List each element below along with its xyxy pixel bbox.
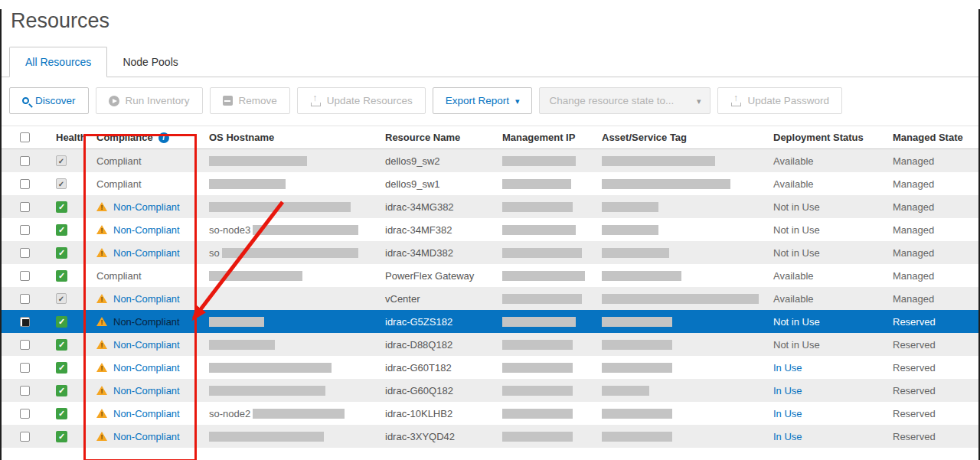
row-checkbox[interactable] bbox=[20, 225, 30, 235]
compliance-link[interactable]: Non-Compliant bbox=[113, 247, 180, 259]
managed-state: Managed bbox=[893, 178, 934, 190]
update-password-button[interactable]: Update Password bbox=[717, 87, 842, 114]
os-hostname-cell bbox=[197, 149, 373, 172]
row-checkbox[interactable] bbox=[20, 386, 30, 396]
deployment-status-cell: In Use bbox=[761, 356, 880, 379]
compliance-link[interactable]: Non-Compliant bbox=[113, 385, 180, 396]
compliance-link[interactable]: Non-Compliant bbox=[113, 293, 180, 305]
os-hostname-cell bbox=[197, 172, 373, 195]
checkbox-cell bbox=[2, 379, 44, 402]
table-row[interactable]: ✓Non-Compliantidrac-3XYQD42In UseReserve… bbox=[2, 425, 978, 448]
discover-button[interactable]: Discover bbox=[9, 87, 89, 114]
row-checkbox[interactable] bbox=[20, 248, 30, 258]
compliance-cell: Non-Compliant bbox=[84, 241, 197, 264]
col-compliance[interactable]: Compliance bbox=[84, 126, 197, 148]
checkbox-cell bbox=[2, 241, 44, 264]
managed-state-cell: Reserved bbox=[880, 425, 978, 448]
warning-icon bbox=[96, 248, 107, 257]
tab-all-resources[interactable]: All Resources bbox=[9, 47, 107, 77]
redacted-text bbox=[502, 271, 585, 281]
table-row[interactable]: ✓Non-Compliantidrac-34MG382Not in UseMan… bbox=[2, 195, 978, 218]
update-resources-button[interactable]: Update Resources bbox=[297, 87, 426, 114]
select-all-checkbox[interactable] bbox=[20, 132, 30, 142]
asset-service-tag-cell bbox=[590, 379, 761, 402]
redacted-text bbox=[502, 340, 573, 350]
redacted-text bbox=[209, 317, 264, 327]
run-inventory-button[interactable]: Run Inventory bbox=[96, 87, 203, 114]
col-asset-service-tag[interactable]: Asset/Service Tag bbox=[590, 126, 761, 148]
deployment-status-cell: In Use bbox=[761, 402, 880, 425]
asset-service-tag-cell bbox=[590, 310, 761, 333]
row-checkbox[interactable] bbox=[20, 409, 30, 419]
os-hostname-cell bbox=[197, 333, 373, 356]
os-hostname-cell bbox=[197, 195, 373, 218]
row-checkbox[interactable] bbox=[20, 202, 30, 212]
row-checkbox[interactable] bbox=[20, 179, 30, 189]
compliance-cell: Compliant bbox=[84, 172, 197, 195]
col-managed-state[interactable]: Managed State bbox=[880, 126, 978, 148]
redacted-text bbox=[602, 156, 715, 166]
table-row[interactable]: ✓Non-CompliantvCenterAvailableManaged bbox=[2, 287, 978, 310]
redacted-text bbox=[209, 340, 275, 350]
tab-node-pools[interactable]: Node Pools bbox=[107, 47, 193, 77]
row-checkbox[interactable] bbox=[20, 317, 30, 327]
table-row[interactable]: ✓CompliantPowerFlex GatewayAvailableMana… bbox=[2, 264, 978, 287]
deployment-status[interactable]: In Use bbox=[773, 408, 802, 419]
row-checkbox[interactable] bbox=[20, 363, 30, 373]
info-icon[interactable] bbox=[158, 132, 169, 143]
managed-state: Managed bbox=[893, 155, 934, 167]
resource-name-cell: idrac-G60T182 bbox=[373, 356, 490, 379]
col-os-hostname[interactable]: OS Hostname bbox=[197, 126, 373, 148]
col-health[interactable]: Health bbox=[44, 126, 84, 148]
tab-bar: All Resources Node Pools bbox=[2, 45, 978, 77]
table-row[interactable]: ✓Non-Compliantidrac-G60T182In UseReserve… bbox=[2, 356, 978, 379]
compliance-link[interactable]: Non-Compliant bbox=[113, 431, 180, 442]
redacted-text bbox=[253, 225, 358, 235]
warning-icon bbox=[96, 202, 107, 211]
deployment-status-cell: Not in Use bbox=[761, 333, 880, 356]
resource-name: dellos9_sw2 bbox=[385, 155, 440, 167]
health-cell: ✓ bbox=[44, 402, 84, 425]
redacted-text bbox=[602, 294, 759, 304]
compliance-link[interactable]: Non-Compliant bbox=[113, 224, 180, 236]
remove-button[interactable]: Remove bbox=[210, 87, 290, 114]
managed-state-cell: Reserved bbox=[880, 402, 978, 425]
managed-state-cell: Managed bbox=[880, 264, 978, 287]
health-cell: ✓ bbox=[44, 287, 84, 310]
row-checkbox[interactable] bbox=[20, 432, 30, 442]
os-hostname-cell bbox=[197, 310, 373, 333]
table-row[interactable]: ✓Compliantdellos9_sw2AvailableManaged bbox=[2, 149, 978, 172]
table-row[interactable]: ✓Non-Compliantidrac-D88Q182Not in UseRes… bbox=[2, 333, 978, 356]
col-resource-name[interactable]: Resource Name bbox=[373, 126, 490, 148]
table-row[interactable]: ✓Non-Compliantso-node2idrac-10KLHB2In Us… bbox=[2, 402, 978, 425]
os-hostname-cell: so-node2 bbox=[197, 402, 373, 425]
row-checkbox[interactable] bbox=[20, 294, 30, 304]
os-hostname-text: so bbox=[209, 247, 220, 259]
table-row[interactable]: ✓Compliantdellos9_sw1AvailableManaged bbox=[2, 172, 978, 195]
resource-name-cell: idrac-D88Q182 bbox=[373, 333, 490, 356]
table-row[interactable]: ✓Non-Compliantidrac-G60Q182In UseReserve… bbox=[2, 379, 978, 402]
col-management-ip[interactable]: Management IP bbox=[490, 126, 590, 148]
table-row[interactable]: ✓Non-Compliantidrac-G5ZS182Not in UseRes… bbox=[2, 310, 978, 333]
deployment-status[interactable]: In Use bbox=[773, 431, 802, 442]
compliance-link[interactable]: Non-Compliant bbox=[113, 362, 180, 374]
checkbox-cell bbox=[2, 402, 44, 425]
row-checkbox[interactable] bbox=[20, 340, 30, 350]
resource-name-cell: dellos9_sw2 bbox=[373, 149, 490, 172]
deployment-status[interactable]: In Use bbox=[773, 362, 802, 374]
discover-label: Discover bbox=[35, 95, 76, 106]
export-report-button[interactable]: Export Report bbox=[433, 87, 533, 114]
health-cell: ✓ bbox=[44, 218, 84, 241]
row-checkbox[interactable] bbox=[20, 156, 30, 166]
table-row[interactable]: ✓Non-Compliantsoidrac-34MD382Not in UseM… bbox=[2, 241, 978, 264]
change-resource-state-dropdown[interactable]: Change resource state to... bbox=[539, 87, 710, 114]
deployment-status[interactable]: In Use bbox=[773, 385, 802, 396]
resource-name: idrac-G60T182 bbox=[385, 362, 452, 374]
compliance-link[interactable]: Non-Compliant bbox=[113, 339, 180, 351]
compliance-link[interactable]: Non-Compliant bbox=[113, 316, 180, 328]
compliance-link[interactable]: Non-Compliant bbox=[113, 408, 180, 419]
compliance-link[interactable]: Non-Compliant bbox=[113, 201, 180, 213]
col-deployment-status[interactable]: Deployment Status bbox=[761, 126, 880, 148]
table-row[interactable]: ✓Non-Compliantso-node3idrac-34MF382Not i… bbox=[2, 218, 978, 241]
row-checkbox[interactable] bbox=[20, 271, 30, 281]
